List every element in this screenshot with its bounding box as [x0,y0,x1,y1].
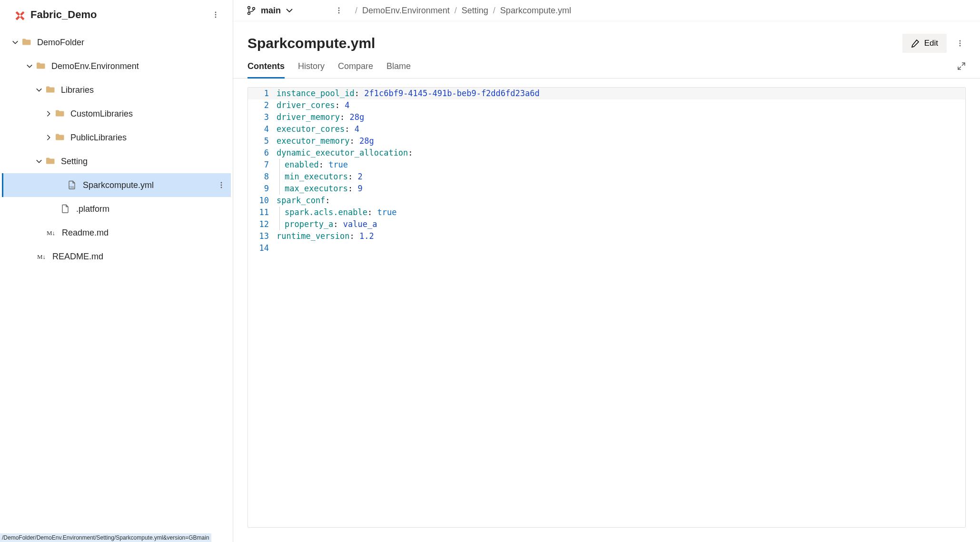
pencil-icon [911,39,920,48]
breadcrumb-item[interactable]: DemoEnv.Environment [362,6,450,16]
tree-item-readme-md[interactable]: README.md [2,245,231,268]
tab-compare[interactable]: Compare [338,61,373,79]
folder-icon [46,85,55,95]
line-content: runtime_version: 1.2 [275,230,374,242]
tree-item-readme-md[interactable]: Readme.md [2,221,231,245]
line-number: 2 [248,99,275,111]
edit-button-label: Edit [924,39,938,48]
line-content: executor_cores: 4 [275,123,359,135]
code-line[interactable]: 10spark_conf: [248,195,965,207]
tree-item-demoenv-environment[interactable]: DemoEnv.Environment [2,54,231,78]
tree-item-publiclibraries[interactable]: PublicLibraries [2,126,231,149]
line-number: 9 [248,183,275,195]
breadcrumb-item[interactable]: Setting [462,6,488,16]
tab-blame[interactable]: Blame [386,61,411,79]
line-number: 11 [248,207,275,218]
chevron-down-icon[interactable] [35,158,43,165]
code-line[interactable]: 13runtime_version: 1.2 [248,230,965,242]
sidebar: Fabric_Demo DemoFolderDemoEnv.Environmen… [0,0,233,542]
chevron-down-icon[interactable] [35,86,43,94]
line-content: min_executors: 2 [279,171,363,183]
branch-icon [247,6,256,15]
tree-item-setting[interactable]: Setting [2,149,231,173]
branch-more-button[interactable] [333,5,345,16]
code-line[interactable]: 9max_executors: 9 [248,183,965,195]
spacer [27,253,34,260]
code-line[interactable]: 11spark.acls.enable: true [248,207,965,218]
line-number: 4 [248,123,275,135]
line-number: 13 [248,230,275,242]
folder-icon [55,133,65,142]
tree-item-label: DemoEnv.Environment [51,61,227,71]
line-number: 12 [248,218,275,230]
edit-button[interactable]: Edit [902,34,947,53]
line-number: 1 [248,88,275,99]
tab-contents[interactable]: Contents [247,61,285,79]
code-line[interactable]: 6dynamic_executor_allocation: [248,147,965,159]
file-title: Sparkcompute.yml [247,35,895,51]
line-number: 14 [248,242,275,254]
md-icon [37,252,47,261]
line-content: driver_cores: 4 [275,99,350,111]
main-panel: main / DemoEnv.Environment / Setting / S… [233,0,980,542]
code-line[interactable]: 12property_a: value_a [248,218,965,230]
repo-more-button[interactable] [210,9,221,20]
line-number: 8 [248,171,275,183]
code-line[interactable]: 7enabled: true [248,159,965,171]
chevron-right-icon[interactable] [45,134,52,141]
code-line[interactable]: 4executor_cores: 4 [248,123,965,135]
tree-item-label: .platform [76,204,227,214]
tree-item-more-button[interactable] [216,179,227,191]
tree-item--platform[interactable]: .platform [2,197,231,221]
code-line[interactable]: 8min_executors: 2 [248,171,965,183]
yml-icon [68,180,77,190]
breadcrumb-separator: / [493,6,495,16]
file-tree: DemoFolderDemoEnv.EnvironmentLibrariesCu… [0,27,233,542]
code-line[interactable]: 2driver_cores: 4 [248,99,965,111]
spacer [57,181,65,189]
tab-history[interactable]: History [298,61,325,79]
code-line[interactable]: 1instance_pool_id: 2f1c6bf9-4145-491b-be… [248,88,965,99]
file-tabs: Contents History Compare Blame [233,53,980,79]
tree-item-label: PublicLibraries [70,133,227,143]
code-line[interactable]: 3driver_memory: 28g [248,111,965,123]
tree-item-label: Sparkcompute.yml [83,180,216,190]
code-line[interactable]: 5executor_memory: 28g [248,135,965,147]
folder-icon [55,109,65,118]
code-viewer[interactable]: 1instance_pool_id: 2f1c6bf9-4145-491b-be… [247,87,966,528]
file-header: Sparkcompute.yml Edit [233,21,980,53]
line-number: 3 [248,111,275,123]
tree-item-label: Setting [61,157,227,167]
tree-item-customlibraries[interactable]: CustomLibraries [2,102,231,126]
tree-item-libraries[interactable]: Libraries [2,78,231,102]
file-more-button[interactable] [954,38,966,49]
sidebar-header: Fabric_Demo [0,0,233,27]
line-number: 10 [248,195,275,207]
chevron-down-icon[interactable] [11,39,19,46]
breadcrumb-separator: / [455,6,457,16]
folder-icon [22,38,31,47]
folder-icon [36,61,46,71]
tree-item-label: CustomLibraries [70,109,227,119]
chevron-right-icon[interactable] [45,110,52,118]
line-content: enabled: true [279,159,348,171]
line-content: max_executors: 9 [279,183,363,195]
code-line[interactable]: 14 [248,242,965,254]
fullscreen-button[interactable] [957,62,966,78]
line-content: executor_memory: 28g [275,135,374,147]
line-content: property_a: value_a [279,218,377,230]
repo-title[interactable]: Fabric_Demo [30,9,204,21]
branch-selector[interactable]: main [247,6,293,16]
tree-item-demofolder[interactable]: DemoFolder [2,30,231,54]
repo-icon [13,9,25,20]
tree-item-label: DemoFolder [37,38,227,48]
md-icon [47,228,56,237]
line-content: dynamic_executor_allocation: [275,147,413,159]
status-bar-url: /DemoFolder/DemoEnv.Environment/Setting/… [0,533,211,542]
tree-item-sparkcompute-yml[interactable]: Sparkcompute.yml [2,173,231,197]
breadcrumbs: / DemoEnv.Environment / Setting / Sparkc… [355,6,571,16]
chevron-down-icon[interactable] [26,62,33,70]
file-icon [61,204,70,214]
line-content: spark_conf: [275,195,330,207]
line-content: spark.acls.enable: true [279,207,396,218]
